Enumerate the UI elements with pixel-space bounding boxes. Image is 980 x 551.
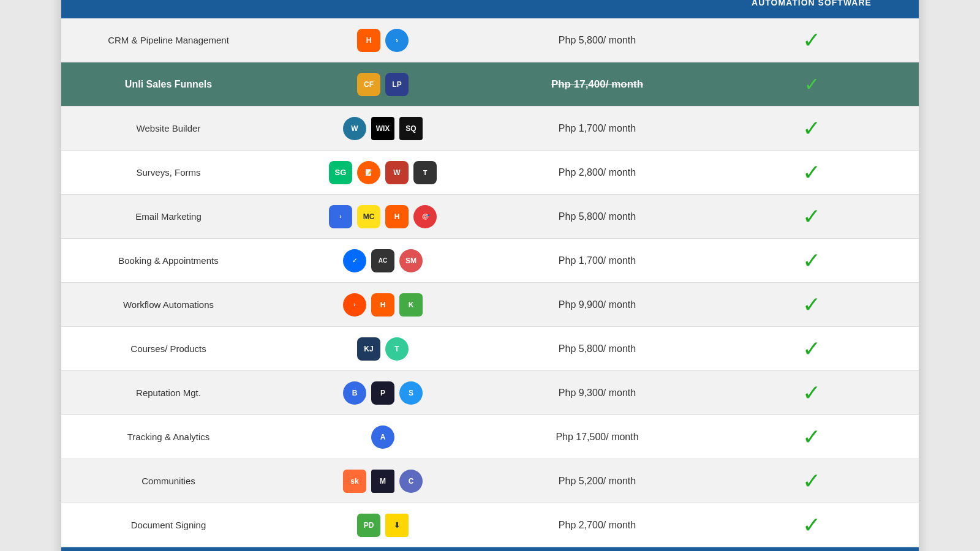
table-header: FULL FEATURES REPLACES OTHER TOOLS 🦉 GCN… xyxy=(61,0,919,18)
tool-icon-icon-activecampaign: › xyxy=(329,205,352,228)
tool-icon-icon-leadpages: LP xyxy=(385,73,409,96)
feature-name-reputation: Reputation Mgt. xyxy=(61,380,276,405)
tool-icon-icon-surveymonkey: SG xyxy=(329,161,352,184)
checkmark-icon: ✓ xyxy=(802,250,821,272)
checkmark-icon: ✓ xyxy=(802,118,821,140)
tool-icon-icon-typeform: 📝 xyxy=(357,161,380,184)
checkmark-icon: ✓ xyxy=(802,162,821,184)
price-cell-website: Php 1,700/ month xyxy=(490,116,704,141)
tool-icon-icon-docusign: ⬇ xyxy=(385,514,409,537)
icons-cell-email: ›MCH🎯 xyxy=(276,198,490,236)
checkmark-icon: ✓ xyxy=(802,338,821,360)
price-cell-document: Php 2,700/ month xyxy=(490,512,704,538)
automation-subtitle: AUTOMATION SOFTWARE xyxy=(752,0,872,7)
feature-name-courses: Courses/ Products xyxy=(61,336,276,361)
check-cell-email: ✓ xyxy=(704,198,919,235)
feature-name-email: Email Marketing xyxy=(61,204,276,229)
tool-icon-icon-birdeye: B xyxy=(343,381,366,405)
table-row: Document SigningPD⬇Php 2,700/ month✓ xyxy=(61,503,919,547)
tool-icon-icon-sendible: S xyxy=(399,381,423,405)
feature-name-website: Website Builder xyxy=(61,116,276,141)
tool-icon-icon-clickfunnels: CF xyxy=(357,73,380,96)
table-row: Unli Sales FunnelsCFLPPhp 17,400/ month✓ xyxy=(61,62,919,107)
check-cell-reputation: ✓ xyxy=(704,375,919,411)
price-cell-email: Php 5,800/ month xyxy=(490,204,704,230)
check-cell-surveys: ✓ xyxy=(704,154,919,191)
tool-icon-icon-amplitude: A xyxy=(371,425,394,449)
table-footer: OVERALL PRICE Php 84,070/ month Php 4,99… xyxy=(61,547,919,551)
header-replaces: REPLACES xyxy=(276,0,490,18)
tool-icon-icon-hubspot: H xyxy=(385,205,409,228)
header-other-tools: OTHER TOOLS xyxy=(490,0,704,18)
check-cell-booking: ✓ xyxy=(704,242,919,279)
tool-icon-icon-pandadoc: PD xyxy=(357,514,380,537)
icons-cell-reputation: BPS xyxy=(276,374,490,412)
table-row: Booking & Appointments✓ACSMPhp 1,700/ mo… xyxy=(61,239,919,283)
tool-icon-icon-target: 🎯 xyxy=(413,205,437,228)
tool-icon-icon-squarespace: SQ xyxy=(399,117,423,140)
check-cell-document: ✓ xyxy=(704,507,919,544)
icons-cell-funnels: CFLP xyxy=(276,66,490,103)
check-cell-website: ✓ xyxy=(704,110,919,147)
tool-icon-icon-mighty: M xyxy=(371,470,394,493)
checkmark-icon: ✓ xyxy=(802,382,821,404)
table-row: Workflow Automations›HKPhp 9,900/ month✓ xyxy=(61,283,919,327)
icons-cell-crm: H› xyxy=(276,21,490,59)
header-automation: 🦉 GCN AUTOMATION SOFTWARE xyxy=(704,0,919,18)
feature-name-funnels: Unli Sales Funnels xyxy=(61,72,276,97)
tool-icon-icon-tally: T xyxy=(413,161,437,184)
feature-name-surveys: Surveys, Forms xyxy=(61,160,276,185)
price-cell-funnels: Php 17,400/ month xyxy=(490,71,704,98)
tool-icon-icon-wix: WIX xyxy=(371,117,394,140)
tool-icon-icon-zapier: › xyxy=(343,293,366,317)
tool-icon-icon-acuity: AC xyxy=(371,249,394,272)
price-cell-tracking: Php 17,500/ month xyxy=(490,424,704,450)
tool-icon-icon-highlevel: › xyxy=(385,29,409,52)
table-row: Courses/ ProductsKJTPhp 5,800/ month✓ xyxy=(61,327,919,371)
price-cell-workflow: Php 9,900/ month xyxy=(490,292,704,318)
tool-icon-icon-podium: P xyxy=(371,381,394,405)
price-cell-courses: Php 5,800/ month xyxy=(490,336,704,362)
checkmark-icon: ✓ xyxy=(804,73,820,95)
check-cell-crm: ✓ xyxy=(704,22,919,59)
icons-cell-workflow: ›HK xyxy=(276,286,490,324)
table-body: CRM & Pipeline ManagementH›Php 5,800/ mo… xyxy=(61,18,919,547)
feature-name-communities: Communities xyxy=(61,468,276,493)
icons-cell-document: PD⬇ xyxy=(276,506,490,544)
price-cell-surveys: Php 2,800/ month xyxy=(490,160,704,186)
table-row: Reputation Mgt.BPSPhp 9,300/ month✓ xyxy=(61,371,919,415)
table-row: Email Marketing›MCH🎯Php 5,800/ month✓ xyxy=(61,195,919,239)
tool-icon-icon-hubspot: H xyxy=(371,293,394,317)
icons-cell-courses: KJT xyxy=(276,330,490,368)
table-row: CRM & Pipeline ManagementH›Php 5,800/ mo… xyxy=(61,18,919,62)
checkmark-icon: ✓ xyxy=(802,470,821,492)
icons-cell-booking: ✓ACSM xyxy=(276,242,490,280)
price-cell-communities: Php 5,200/ month xyxy=(490,468,704,494)
tool-icon-icon-kajabi: KJ xyxy=(357,337,380,361)
feature-name-crm: CRM & Pipeline Management xyxy=(61,28,276,53)
tool-icon-icon-skool: sk xyxy=(343,470,366,493)
check-cell-courses: ✓ xyxy=(704,331,919,367)
tool-icon-icon-keap: K xyxy=(399,293,423,317)
check-cell-workflow: ✓ xyxy=(704,287,919,323)
tool-icon-icon-mailchimp: MC xyxy=(357,205,380,228)
check-cell-funnels: ✓ xyxy=(704,66,919,102)
check-cell-tracking: ✓ xyxy=(704,419,919,455)
tool-icon-icon-setmore: SM xyxy=(399,249,423,272)
checkmark-icon: ✓ xyxy=(802,294,821,316)
tool-icon-icon-circle: C xyxy=(399,470,423,493)
header-full-features: FULL FEATURES xyxy=(61,0,276,18)
icons-cell-tracking: A xyxy=(276,418,490,456)
table-row: Website BuilderWWIXSQPhp 1,700/ month✓ xyxy=(61,107,919,151)
feature-name-workflow: Workflow Automations xyxy=(61,292,276,317)
icons-cell-surveys: SG📝WT xyxy=(276,154,490,192)
feature-name-tracking: Tracking & Analytics xyxy=(61,424,276,449)
price-cell-reputation: Php 9,300/ month xyxy=(490,380,704,406)
checkmark-icon: ✓ xyxy=(802,206,821,228)
comparison-table: FULL FEATURES REPLACES OTHER TOOLS 🦉 GCN… xyxy=(61,0,919,551)
tool-icon-icon-wordpress: W xyxy=(343,117,366,140)
table-row: CommunitiesskMCPhp 5,200/ month✓ xyxy=(61,459,919,503)
checkmark-icon: ✓ xyxy=(802,426,821,448)
tool-icon-icon-calendly: ✓ xyxy=(343,249,366,272)
tool-icon-icon-wufoo: W xyxy=(385,161,409,184)
